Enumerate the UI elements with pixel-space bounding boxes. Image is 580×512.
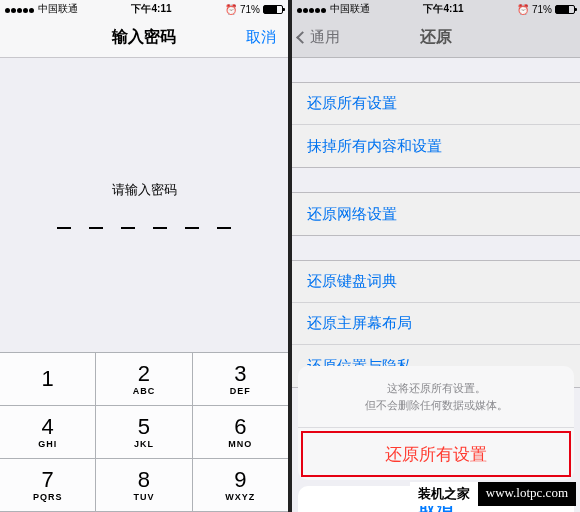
reset-content: 还原所有设置 抹掉所有内容和设置 还原网络设置 还原键盘词典 还原主屏幕布局 还… <box>292 82 580 512</box>
status-bar: 中国联通 下午4:11 ⏰ 71% <box>292 0 580 18</box>
cancel-button[interactable]: 取消 <box>246 28 276 47</box>
watermark-brand: 装机之家 <box>410 482 478 506</box>
passcode-area: 请输入密码 <box>0 58 288 352</box>
confirm-reset-button[interactable]: 还原所有设置 <box>301 431 571 477</box>
status-bar: 中国联通 下午4:11 ⏰ 71% <box>0 0 288 18</box>
key-9[interactable]: 9WXYZ <box>193 459 288 511</box>
key-5[interactable]: 5JKL <box>96 406 192 458</box>
reset-group-1: 还原所有设置 抹掉所有内容和设置 <box>292 82 580 168</box>
alarm-icon: ⏰ <box>517 4 529 15</box>
nav-bar: 通用 还原 <box>292 18 580 58</box>
nav-bar: 输入密码 取消 <box>0 18 288 58</box>
reset-network[interactable]: 还原网络设置 <box>292 193 580 235</box>
reset-screen: 中国联通 下午4:11 ⏰ 71% 通用 还原 还原所有设置 抹掉所有内容和设置… <box>292 0 580 512</box>
carrier-label: 中国联通 <box>330 2 370 16</box>
battery-icon <box>263 5 283 14</box>
signal-icon <box>5 4 35 15</box>
carrier-label: 中国联通 <box>38 2 78 16</box>
signal-icon <box>297 4 327 15</box>
reset-keyboard-dict[interactable]: 还原键盘词典 <box>292 261 580 303</box>
battery-percent: 71% <box>240 4 260 15</box>
passcode-prompt: 请输入密码 <box>112 181 177 199</box>
alarm-icon: ⏰ <box>225 4 237 15</box>
key-2[interactable]: 2ABC <box>96 353 192 405</box>
reset-group-2: 还原网络设置 <box>292 192 580 236</box>
battery-icon <box>555 5 575 14</box>
status-time: 下午4:11 <box>131 2 171 16</box>
passcode-dashes <box>57 227 231 229</box>
keypad: 1 2ABC 3DEF 4GHI 5JKL 6MNO 7PQRS 8TUV 9W… <box>0 352 288 512</box>
nav-title: 输入密码 <box>112 27 176 48</box>
key-7[interactable]: 7PQRS <box>0 459 96 511</box>
reset-all-settings[interactable]: 还原所有设置 <box>292 83 580 125</box>
reset-home-layout[interactable]: 还原主屏幕布局 <box>292 303 580 345</box>
back-button[interactable]: 通用 <box>298 28 340 47</box>
watermark: 装机之家 www.lotpc.com <box>410 482 576 506</box>
key-3[interactable]: 3DEF <box>193 353 288 405</box>
key-1[interactable]: 1 <box>0 353 96 405</box>
chevron-left-icon <box>296 31 309 44</box>
battery-percent: 71% <box>532 4 552 15</box>
nav-title: 还原 <box>420 27 452 48</box>
passcode-screen: 中国联通 下午4:11 ⏰ 71% 输入密码 取消 请输入密码 1 2ABC 3… <box>0 0 288 512</box>
watermark-url: www.lotpc.com <box>478 482 576 506</box>
sheet-message: 这将还原所有设置。 但不会删除任何数据或媒体。 <box>298 366 574 428</box>
key-6[interactable]: 6MNO <box>193 406 288 458</box>
key-8[interactable]: 8TUV <box>96 459 192 511</box>
status-time: 下午4:11 <box>423 2 463 16</box>
key-4[interactable]: 4GHI <box>0 406 96 458</box>
erase-all-content[interactable]: 抹掉所有内容和设置 <box>292 125 580 167</box>
